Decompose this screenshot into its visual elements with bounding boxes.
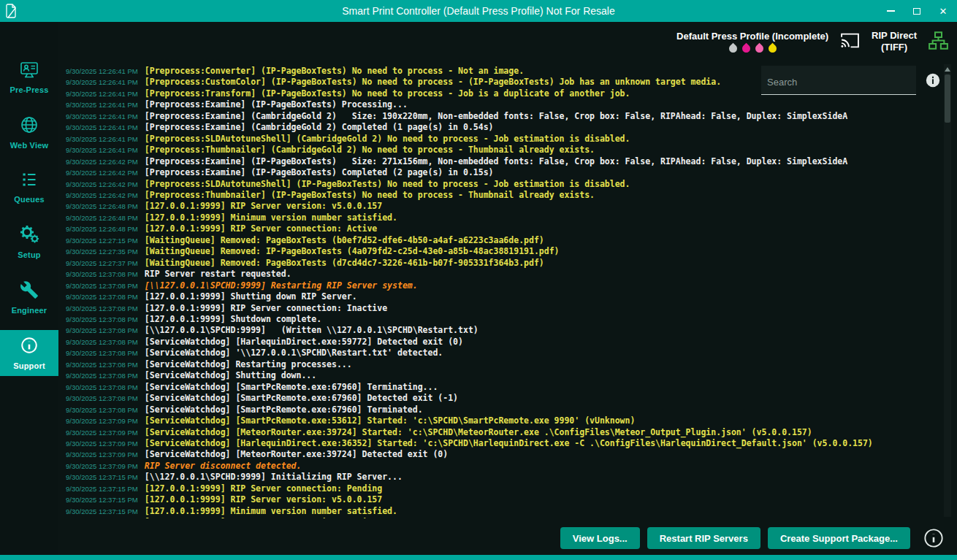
log-message: [127.0.0.1:9999] RIP Server connection: … xyxy=(145,517,378,518)
log-entry: 9/30/2025 12:37:08 PM[ServiceWatchdog] '… xyxy=(66,348,938,358)
log-entry: 9/30/2025 12:37:08 PM[\\127.0.0.1\SPCHD:… xyxy=(66,280,938,291)
close-button[interactable]: ✕ xyxy=(938,6,948,16)
log-message: [ServiceWatchdog] [SmartPcRemote.exe:679… xyxy=(145,382,438,392)
scrollbar-thumb[interactable] xyxy=(945,74,950,123)
sidebar-item-setup[interactable]: Setup xyxy=(0,219,58,265)
info-button[interactable] xyxy=(923,528,944,548)
log-entry: 9/30/2025 12:37:08 PM[ServiceWatchdog] [… xyxy=(66,337,938,348)
log-timestamp: 9/30/2025 12:26:41 PM xyxy=(66,146,138,154)
sidebar-item-label: Support xyxy=(13,361,45,370)
log-entry: 9/30/2025 12:26:41 PM[Preprocess:Examine… xyxy=(66,122,938,133)
sidebar-item-label: Queues xyxy=(14,195,45,204)
rip-mode-line2: (TIFF) xyxy=(872,42,917,53)
restart-rip-servers-button[interactable]: Restart RIP Servers xyxy=(647,527,760,549)
log-message: [127.0.0.1:9999] RIP Server version: v5.… xyxy=(145,201,382,211)
log-entry: 9/30/2025 12:37:08 PM[ServiceWatchdog] [… xyxy=(66,382,938,393)
log-timestamp: 9/30/2025 12:26:41 PM xyxy=(66,112,138,120)
log-timestamp: 9/30/2025 12:37:09 PM xyxy=(66,462,138,470)
press-profile-status: Default Press Profile (Incomplete) xyxy=(676,31,828,53)
footer-toolbar: View Logs... Restart RIP Servers Create … xyxy=(58,521,957,555)
log-message: [\\127.0.0.1\SPCHD:9999] Initializing RI… xyxy=(145,472,403,482)
log-message: [ServiceWatchdog] '\\127.0.0.1\SPCHD\Res… xyxy=(145,348,443,358)
log-scrollbar[interactable] xyxy=(944,64,951,517)
create-support-package-button[interactable]: Create Support Package... xyxy=(768,527,910,549)
log-entry: 9/30/2025 12:37:08 PM[\\127.0.0.1\SPCHD:… xyxy=(66,325,938,336)
log-entry: 9/30/2025 12:26:42 PM[Preprocess:Examine… xyxy=(66,167,938,178)
log-timestamp: 9/30/2025 12:37:08 PM xyxy=(66,326,138,334)
log-message: [Preprocess:Thumbnailer] (CambridgeGold … xyxy=(145,145,595,155)
log-timestamp: 9/30/2025 12:26:41 PM xyxy=(66,123,138,131)
rip-mode-label: RIP Direct (TIFF) xyxy=(872,30,917,54)
log-message: RIP Server disconnect detected. xyxy=(145,461,302,471)
log-entry: 9/30/2025 12:37:15 PM[127.0.0.1:9999] RI… xyxy=(66,517,938,518)
log-entry: 9/30/2025 12:26:48 PM[127.0.0.1:9999] Mi… xyxy=(66,212,938,223)
sidebar-item-prepress[interactable]: Pre-Press xyxy=(0,55,58,100)
log-message: [Preprocess:CustomColor] (IP-PageBoxTest… xyxy=(145,77,721,87)
sidebar-item-support[interactable]: Support xyxy=(0,330,58,376)
window-title: Smart Print Controller (Default Press Pr… xyxy=(0,0,957,22)
prepress-icon xyxy=(20,61,39,82)
log-entry: 9/30/2025 12:37:08 PM[ServiceWatchdog] R… xyxy=(66,359,938,370)
maximize-button[interactable] xyxy=(912,6,922,16)
search-input[interactable] xyxy=(761,66,916,95)
search-bar xyxy=(761,66,941,95)
log-timestamp: 9/30/2025 12:37:15 PM xyxy=(66,473,138,481)
network-status-icon[interactable] xyxy=(929,31,948,53)
log-timestamp: 9/30/2025 12:37:08 PM xyxy=(66,406,138,414)
log-message: [127.0.0.1:9999] Minimum version number … xyxy=(145,506,397,516)
sidebar-item-label: Web View xyxy=(10,141,49,150)
view-logs-button[interactable]: View Logs... xyxy=(560,527,640,549)
log-timestamp: 9/30/2025 12:37:08 PM xyxy=(66,293,138,301)
log-entry: 9/30/2025 12:37:09 PM[ServiceWatchdog] [… xyxy=(66,438,938,449)
log-message: [ServiceWatchdog] [MeteorRouter.exe:3972… xyxy=(145,427,812,437)
log-timestamp: 9/30/2025 12:37:08 PM xyxy=(66,315,138,323)
log-timestamp: 9/30/2025 12:37:08 PM xyxy=(66,349,138,357)
log-timestamp: 9/30/2025 12:37:08 PM xyxy=(66,383,138,391)
log-message: [ServiceWatchdog] Restarting processes..… xyxy=(145,359,352,369)
log-entry: 9/30/2025 12:37:09 PM[ServiceWatchdog] [… xyxy=(66,449,938,460)
queues-list-icon xyxy=(20,171,39,191)
log-entry: 9/30/2025 12:37:08 PM[127.0.0.1:9999] Sh… xyxy=(66,314,938,325)
log-message: [ServiceWatchdog] [SmartPcRemote.exe:679… xyxy=(145,393,458,403)
log-timestamp: 9/30/2025 12:37:09 PM xyxy=(66,450,138,459)
minimize-button[interactable] xyxy=(885,6,896,16)
log-message: [Preprocess:Examine] (CambridgeGold 2) C… xyxy=(145,122,494,132)
log-message: [127.0.0.1:9999] Shutting down RIP Serve… xyxy=(145,291,357,302)
log-message: [127.0.0.1:9999] RIP Server version: v5.… xyxy=(145,494,382,505)
log-entry: 9/30/2025 12:37:09 PMRIP Server disconne… xyxy=(66,461,938,472)
sidebar-item-queues[interactable]: Queues xyxy=(0,165,58,210)
log-message: [Preprocess:Examine] (IP-PageBoxTests) C… xyxy=(145,167,494,177)
log-entry: 9/30/2025 12:26:48 PM[127.0.0.1:9999] RI… xyxy=(66,201,938,212)
minimize-icon xyxy=(887,10,895,12)
scrollbar-up-arrow-icon[interactable] xyxy=(945,67,950,72)
log-timestamp: 9/30/2025 12:37:09 PM xyxy=(66,429,138,437)
log-message: [Preprocess:Thumbnailer] (IP-PageBoxTest… xyxy=(145,190,595,200)
log-message: [Preprocess:SLDAutotuneShell] (Cambridge… xyxy=(145,134,630,144)
log-message: [ServiceWatchdog] [HarlequinDirect.exe:5… xyxy=(145,337,463,347)
log-entry: 9/30/2025 12:27:37 PM[WaitingQueue] Remo… xyxy=(66,258,938,269)
log-timestamp: 9/30/2025 12:37:09 PM xyxy=(66,440,138,448)
sidebar: Pre-Press Web View Queues xyxy=(0,22,58,555)
log-message: [ServiceWatchdog] [HarlequinDirect.exe:3… xyxy=(145,438,873,448)
log-entry: 9/30/2025 12:37:08 PM[ServiceWatchdog] S… xyxy=(66,370,938,381)
log-entry: 9/30/2025 12:26:48 PM[127.0.0.1:9999] RI… xyxy=(66,223,938,234)
sidebar-item-engineer[interactable]: Engineer xyxy=(0,275,58,321)
log-timestamp: 9/30/2025 12:26:41 PM xyxy=(66,90,138,98)
ink-drop-pink xyxy=(753,43,765,55)
log-entry: 9/30/2025 12:37:15 PM[127.0.0.1:9999] RI… xyxy=(66,483,938,494)
cast-icon[interactable] xyxy=(840,32,860,52)
log-timestamp: 9/30/2025 12:37:15 PM xyxy=(66,485,138,493)
search-info-icon[interactable] xyxy=(925,72,941,88)
ink-colors xyxy=(729,45,777,53)
log-output[interactable]: 9/30/2025 12:26:41 PM[Preprocess:Convert… xyxy=(66,63,938,518)
log-entry: 9/30/2025 12:27:35 PM[WaitingQueue] Remo… xyxy=(66,246,938,257)
log-timestamp: 9/30/2025 12:37:08 PM xyxy=(66,304,138,312)
sidebar-item-label: Engineer xyxy=(12,306,47,315)
sidebar-item-webview[interactable]: Web View xyxy=(0,110,58,156)
log-timestamp: 9/30/2025 12:37:08 PM xyxy=(66,270,138,278)
ink-drop-magenta xyxy=(740,43,752,55)
log-entry: 9/30/2025 12:26:42 PM[Preprocess:Thumbna… xyxy=(66,190,938,201)
log-message: [ServiceWatchdog] Shutting down... xyxy=(145,370,316,380)
log-entry: 9/30/2025 12:26:41 PM[Preprocess:Examine… xyxy=(66,99,938,110)
log-timestamp: 9/30/2025 12:27:37 PM xyxy=(66,259,138,267)
